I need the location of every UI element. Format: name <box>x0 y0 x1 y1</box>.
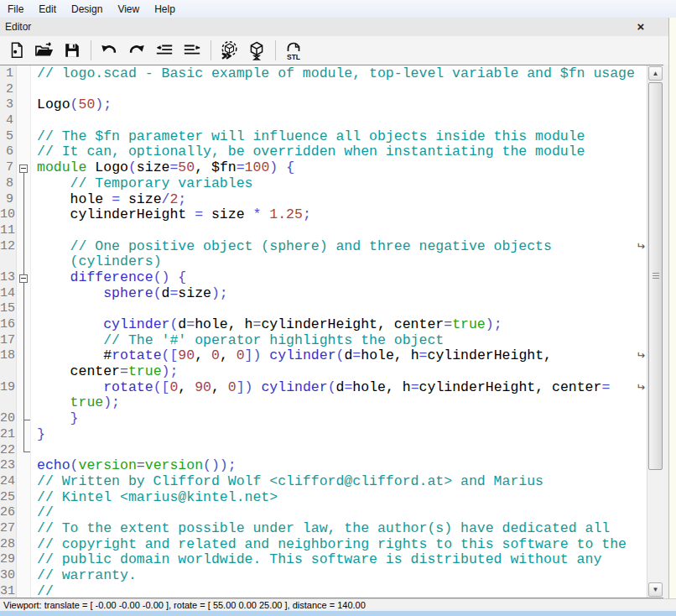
openscad-window: File Edit Design View Help Editor × <box>0 0 676 616</box>
line-number: 30 <box>0 568 16 584</box>
code-row[interactable]: // The '#' operator highlights the objec… <box>37 333 647 349</box>
code-row[interactable]: // <box>37 505 647 521</box>
wrap-marker-icon: ↵ <box>636 380 645 396</box>
line-number: 21 <box>0 427 16 443</box>
line-number: 4 <box>0 113 16 129</box>
line-number: 18 <box>0 348 16 364</box>
line-number-gutter: 1234567891011121314151617181920212223242… <box>0 65 17 598</box>
line-number: 22 <box>0 443 16 459</box>
code-row[interactable]: // Written by Clifford Wolf <clifford@cl… <box>37 474 647 490</box>
code-row[interactable]: // public domain worldwide. This softwar… <box>37 552 647 568</box>
menu-file[interactable]: File <box>0 2 31 17</box>
render-icon <box>247 40 267 60</box>
line-number: 13 <box>0 270 16 286</box>
fold-tail-tick <box>23 452 30 452</box>
code-row[interactable]: #rotate([90, 0, 0]) cylinder(d=hole, h=c… <box>37 348 647 364</box>
fold-tail-tick <box>23 420 30 420</box>
preview-button[interactable] <box>217 39 241 62</box>
code-row[interactable] <box>37 223 647 239</box>
code-row[interactable]: module Logo(size=50, $fn=100) { <box>37 160 647 176</box>
code-row[interactable]: // It can, optionally, be overridden whe… <box>37 144 647 160</box>
line-number: 2 <box>0 82 16 98</box>
menu-bar: File Edit Design View Help <box>0 0 676 18</box>
code-row[interactable] <box>37 443 647 459</box>
code-row[interactable]: hole = size/2; <box>37 192 647 208</box>
fold-margin <box>17 65 31 598</box>
fold-collapse-icon[interactable] <box>19 274 28 283</box>
editor-panel-header[interactable]: Editor × <box>0 18 668 37</box>
export-stl-icon: STL <box>283 40 304 60</box>
line-number: 25 <box>0 490 16 506</box>
code-text-area[interactable]: // logo.scad - Basic example of module, … <box>31 65 647 598</box>
code-row[interactable]: difference() { <box>37 270 647 286</box>
vertical-scrollbar[interactable]: ▲ ▼ <box>647 65 663 598</box>
scrollbar-thumb[interactable] <box>648 82 663 470</box>
line-number: 3 <box>0 97 16 113</box>
code-row[interactable]: // The $fn parameter will influence all … <box>37 129 647 145</box>
fold-collapse-icon[interactable] <box>19 164 28 173</box>
code-row[interactable]: true); <box>37 395 647 411</box>
code-row[interactable] <box>37 82 647 98</box>
code-row[interactable]: Logo(50); <box>37 97 647 113</box>
editor-panel: Editor × <box>0 18 669 598</box>
render-button[interactable] <box>245 39 268 62</box>
menu-edit[interactable]: Edit <box>31 2 64 17</box>
open-folder-icon <box>34 41 55 60</box>
line-number <box>0 395 16 411</box>
scrollbar-grip <box>653 273 659 279</box>
code-row[interactable]: cylinder(d=hole, h=cylinderHeight, cente… <box>37 317 647 333</box>
line-number: 15 <box>0 301 16 317</box>
code-editor[interactable]: 1234567891011121314151617181920212223242… <box>0 65 663 598</box>
line-number <box>0 254 16 270</box>
viewport-status-text: Viewport: translate = [ -0.00 -0.00 -0.0… <box>3 600 366 610</box>
close-icon[interactable]: × <box>633 19 648 34</box>
line-number: 27 <box>0 521 16 537</box>
indent-button[interactable] <box>180 39 204 62</box>
code-row[interactable]: // logo.scad - Basic example of module, … <box>37 66 647 82</box>
menu-help[interactable]: Help <box>147 2 183 17</box>
save-button[interactable] <box>60 39 84 62</box>
new-file-icon <box>8 41 26 60</box>
redo-button[interactable] <box>125 39 148 62</box>
code-row[interactable]: rotate([0, 90, 0]) cylinder(d=hole, h=cy… <box>37 380 647 396</box>
line-number: 31 <box>0 584 16 598</box>
line-number: 5 <box>0 129 16 145</box>
line-number: 26 <box>0 505 16 521</box>
scroll-down-button[interactable]: ▼ <box>648 582 663 597</box>
line-number: 6 <box>0 144 16 160</box>
code-row[interactable]: cylinderHeight = size * 1.25; <box>37 207 647 223</box>
editor-toolbar: STL <box>0 36 668 65</box>
code-row[interactable]: echo(version=version()); <box>37 458 647 474</box>
code-row[interactable]: } <box>37 427 647 443</box>
code-row[interactable]: // warranty. <box>37 568 647 584</box>
export-stl-button[interactable]: STL <box>282 39 305 62</box>
code-row[interactable]: center=true); <box>37 364 647 380</box>
code-row[interactable] <box>37 113 647 129</box>
unindent-button[interactable] <box>153 39 176 62</box>
code-row[interactable] <box>37 301 647 317</box>
menu-view[interactable]: View <box>110 2 147 17</box>
menu-design[interactable]: Design <box>64 2 110 17</box>
svg-text:STL: STL <box>287 53 300 61</box>
code-row[interactable]: (cylinders) <box>37 254 647 270</box>
new-file-button[interactable] <box>5 39 29 62</box>
line-number: 16 <box>0 317 16 333</box>
line-number: 8 <box>0 176 16 192</box>
scroll-up-button[interactable]: ▲ <box>648 66 663 81</box>
code-row[interactable]: // To the extent possible under law, the… <box>37 521 647 537</box>
code-row[interactable]: sphere(d=size); <box>37 286 647 302</box>
code-row[interactable]: // <box>37 584 647 598</box>
code-row[interactable]: // Temporary variables <box>37 176 647 192</box>
line-number: 29 <box>0 552 16 568</box>
main-window-sliver <box>669 18 676 598</box>
open-file-button[interactable] <box>33 39 56 62</box>
code-row[interactable]: // copyright and related and neighboring… <box>37 537 647 553</box>
undo-button[interactable] <box>97 39 121 62</box>
window-border <box>0 610 676 616</box>
line-number: 12 <box>0 239 16 255</box>
code-row[interactable]: // One positive object (sphere) and thre… <box>37 239 647 255</box>
line-number: 10 <box>0 207 16 223</box>
code-row[interactable]: } <box>37 411 647 427</box>
code-row[interactable]: // Kintel <marius@kintel.net> <box>37 490 647 506</box>
line-number: 14 <box>0 286 16 302</box>
